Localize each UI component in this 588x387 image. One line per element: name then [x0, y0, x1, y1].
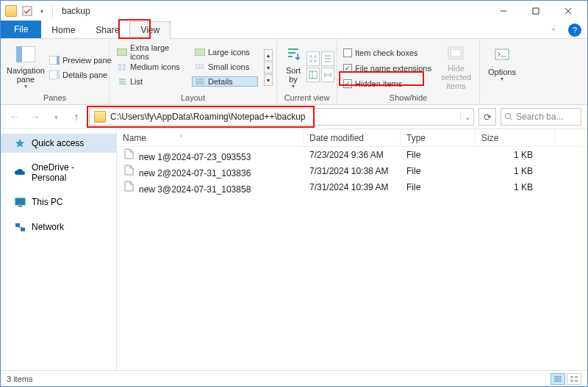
options-button[interactable]: Options ▾	[486, 43, 518, 90]
hide-selected-button[interactable]: Hide selected items	[439, 43, 473, 90]
fit-columns-button[interactable]	[321, 68, 334, 82]
file-list-pane: Name⌃ Date modified Type Size new 1@2024…	[117, 129, 587, 380]
svg-rect-32	[309, 55, 312, 58]
svg-rect-18	[198, 64, 201, 66]
svg-rect-39	[309, 71, 317, 79]
navpane-label: Navigation pane	[7, 66, 45, 84]
sidebar-item-quick-access[interactable]: Quick access	[1, 134, 116, 153]
pc-icon	[14, 196, 26, 208]
layout-details[interactable]: Details	[192, 76, 258, 87]
quick-access-toolbar: ▾	[21, 5, 48, 17]
size-columns-button[interactable]	[306, 68, 320, 82]
svg-rect-47	[15, 198, 25, 205]
layout-list[interactable]: List	[114, 76, 187, 87]
item-checkboxes-toggle[interactable]: Item check boxes	[343, 46, 431, 59]
tab-share[interactable]: Share	[85, 22, 129, 38]
divider	[52, 4, 53, 18]
layout-scroll-up[interactable]: ▴	[264, 49, 273, 61]
search-icon	[504, 112, 513, 121]
back-button[interactable]: ←	[7, 109, 23, 125]
preview-pane-button[interactable]: Preview pane	[49, 54, 112, 67]
forward-button[interactable]: →	[27, 109, 43, 125]
layout-expand[interactable]: ▾	[264, 74, 273, 86]
group-label-currentview: Current view	[277, 92, 337, 104]
svg-rect-50	[21, 228, 25, 231]
add-columns-button[interactable]	[321, 51, 334, 66]
view-details-button[interactable]	[551, 373, 565, 385]
svg-rect-22	[201, 67, 204, 69]
current-view-buttons	[306, 51, 334, 82]
column-header-type[interactable]: Type	[401, 129, 476, 146]
svg-rect-12	[195, 48, 205, 56]
svg-line-46	[510, 118, 512, 120]
svg-rect-10	[57, 70, 60, 79]
layout-large[interactable]: Large icons	[192, 47, 258, 57]
tab-view[interactable]: View	[129, 21, 171, 39]
recent-dropdown[interactable]: ▾	[48, 109, 64, 125]
collapse-ribbon-icon[interactable]: ⌃	[546, 24, 561, 38]
address-bar[interactable]: C:\Users\fy\AppData\Roaming\Notepad++\ba…	[89, 108, 474, 126]
svg-point-45	[506, 114, 511, 119]
sidebar-item-this-pc[interactable]: This PC	[1, 192, 116, 211]
svg-rect-33	[314, 55, 317, 58]
layout-scroll-down[interactable]: ▾	[264, 62, 273, 73]
layout-medium[interactable]: Medium icons	[114, 62, 187, 72]
address-dropdown[interactable]: ⌄	[460, 113, 473, 121]
details-pane-button[interactable]: Details pane	[49, 68, 112, 82]
tab-file[interactable]: File	[1, 21, 41, 38]
window-controls	[487, 1, 584, 21]
network-icon	[14, 221, 26, 233]
up-button[interactable]: ↑	[68, 109, 85, 125]
status-text: 3 items	[7, 375, 32, 383]
sidebar-item-network[interactable]: Network	[1, 217, 116, 236]
svg-rect-14	[123, 64, 126, 67]
qat-dropdown[interactable]: ▾	[36, 5, 48, 17]
close-button[interactable]	[552, 1, 584, 21]
checkbox-icon	[343, 64, 352, 73]
file-icon	[123, 181, 135, 192]
showhide-checkboxes: Item check boxes File name extensions Hi…	[343, 43, 431, 90]
window-title: backup	[62, 6, 90, 16]
minimize-button[interactable]	[487, 1, 520, 21]
group-label-layout: Layout	[110, 92, 276, 104]
title-bar: ▾ backup	[1, 1, 587, 21]
column-header-name[interactable]: Name⌃	[117, 129, 304, 146]
svg-line-51	[18, 227, 23, 228]
hidden-items-toggle[interactable]: Hidden items	[343, 77, 431, 90]
sort-by-button[interactable]: Sort by ▾	[283, 43, 304, 90]
svg-rect-8	[57, 56, 60, 65]
layout-small[interactable]: Small icons	[192, 62, 258, 72]
maximize-button[interactable]	[520, 1, 552, 21]
address-path: C:\Users\fy\AppData\Roaming\Notepad++\ba…	[110, 112, 305, 122]
checkbox-icon	[343, 48, 352, 57]
layout-gallery[interactable]: Extra large icons Large icons Medium ico…	[114, 46, 258, 88]
group-by-button[interactable]	[306, 51, 320, 66]
svg-rect-43	[495, 49, 509, 59]
svg-rect-20	[196, 67, 198, 69]
file-row[interactable]: new 1@2024-07-23_093553 7/23/2024 9:36 A…	[117, 147, 587, 163]
svg-rect-2	[533, 8, 539, 14]
tab-home[interactable]: Home	[41, 22, 85, 38]
group-label-panes: Panes	[1, 92, 109, 104]
navigation-pane-button[interactable]: Navigation pane ▾	[7, 43, 45, 90]
refresh-button[interactable]: ⟳	[478, 108, 496, 126]
view-thumbnails-button[interactable]	[567, 373, 581, 385]
search-placeholder: Search ba...	[516, 112, 564, 122]
sidebar-item-onedrive[interactable]: OneDrive - Personal	[1, 159, 116, 187]
qat-item[interactable]	[21, 5, 33, 17]
column-header-date[interactable]: Date modified	[304, 129, 401, 146]
column-header-size[interactable]: Size	[476, 129, 555, 146]
file-row[interactable]: new 2@2024-07-31_103836 7/31/2024 10:38 …	[117, 163, 587, 179]
help-icon[interactable]: ?	[568, 23, 581, 37]
file-row[interactable]: new 3@2024-07-31_103858 7/31/2024 10:39 …	[117, 179, 587, 195]
navigation-row: ← → ▾ ↑ C:\Users\fy\AppData\Roaming\Note…	[1, 105, 587, 129]
svg-rect-34	[309, 59, 312, 62]
svg-rect-21	[198, 67, 201, 69]
search-box[interactable]: Search ba...	[501, 108, 581, 126]
folder-icon	[5, 5, 17, 17]
svg-rect-17	[196, 64, 198, 66]
status-bar: 3 items	[1, 370, 587, 386]
layout-xl[interactable]: Extra large icons	[114, 43, 187, 62]
file-extensions-toggle[interactable]: File name extensions	[343, 62, 431, 75]
svg-rect-35	[314, 59, 317, 62]
